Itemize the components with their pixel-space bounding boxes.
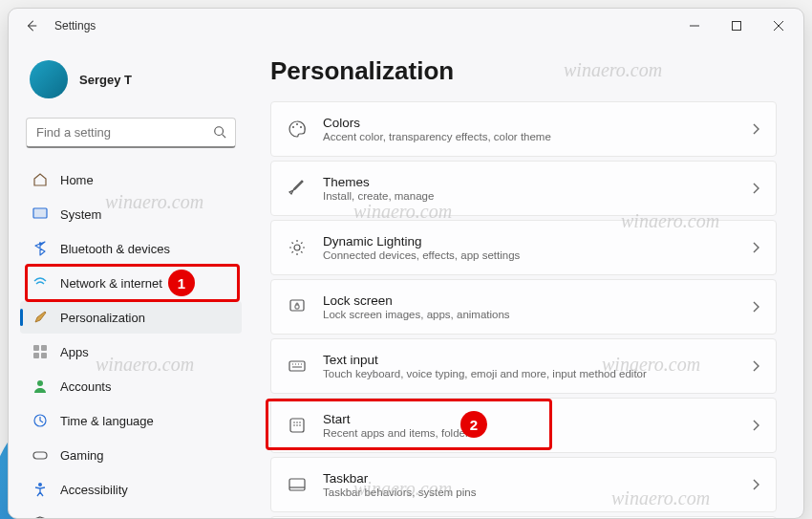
card-start[interactable]: Start Recent apps and items, folders [270, 398, 777, 453]
minimize-button[interactable] [673, 11, 716, 40]
clock-globe-icon [32, 412, 49, 429]
svg-point-12 [296, 123, 298, 125]
close-button[interactable] [758, 11, 800, 40]
svg-rect-2 [33, 208, 47, 218]
sidebar-item-label: Personalization [60, 311, 145, 325]
card-title: Themes [323, 175, 736, 189]
page-title: Personalization [270, 56, 777, 86]
card-lock-screen[interactable]: Lock screen Lock screen images, apps, an… [270, 279, 777, 335]
sidebar-item-label: Apps [60, 345, 89, 359]
chevron-right-icon [751, 242, 760, 253]
card-fonts[interactable]: Fonts Install, manage [270, 516, 777, 518]
svg-point-14 [294, 245, 300, 250]
search-input[interactable] [26, 118, 236, 148]
svg-point-1 [215, 127, 224, 136]
card-subtitle: Install, create, manage [323, 190, 736, 202]
sidebar-item-home[interactable]: Home [20, 163, 242, 196]
card-themes[interactable]: Themes Install, create, manage [270, 161, 777, 216]
start-icon [287, 415, 308, 436]
apps-icon [32, 343, 49, 360]
back-button[interactable] [20, 14, 43, 37]
minimize-icon [690, 21, 699, 31]
sidebar-item-label: Gaming [60, 448, 104, 463]
close-icon [774, 21, 783, 31]
titlebar-controls [673, 11, 800, 40]
svg-rect-9 [33, 452, 47, 459]
sidebar-item-label: System [60, 207, 101, 222]
bluetooth-icon [32, 240, 49, 257]
card-title: Taskbar [323, 471, 736, 486]
app-title: Settings [54, 19, 96, 32]
svg-point-23 [296, 424, 298, 426]
card-subtitle: Lock screen images, apps, animations [323, 309, 736, 320]
sidebar-item-label: Privacy & security [60, 517, 159, 519]
sidebar-item-label: Accessibility [60, 483, 128, 497]
shield-icon [32, 515, 49, 518]
search-icon [213, 125, 226, 139]
taskbar-icon [287, 474, 308, 495]
card-text: Text input Touch keyboard, voice typing,… [323, 353, 736, 379]
svg-point-21 [299, 422, 301, 423]
card-title: Text input [323, 353, 736, 367]
lockscreen-icon [287, 296, 308, 317]
card-text-input[interactable]: Text input Touch keyboard, voice typing,… [270, 338, 777, 394]
chevron-right-icon [751, 479, 760, 490]
sidebar-item-system[interactable]: System [20, 198, 242, 230]
chevron-right-icon [751, 301, 760, 313]
card-text: Start Recent apps and items, folders [323, 412, 736, 439]
card-text: Dynamic Lighting Connected devices, effe… [323, 234, 736, 261]
sidebar-item-label: Accounts [60, 379, 111, 394]
home-icon [32, 171, 49, 188]
svg-rect-6 [41, 353, 47, 358]
maximize-icon [732, 21, 741, 31]
svg-point-7 [37, 380, 43, 386]
sidebar-item-network[interactable]: Network & internet [20, 267, 242, 299]
settings-window: Settings Sergey T [8, 8, 804, 519]
svg-point-11 [292, 126, 294, 128]
sidebar-item-label: Network & internet [60, 276, 162, 291]
annotation-badge-2: 2 [460, 411, 487, 438]
avatar [30, 60, 68, 98]
svg-rect-0 [733, 22, 741, 31]
sidebar-item-accessibility[interactable]: Accessibility [20, 473, 242, 506]
svg-rect-25 [289, 479, 305, 490]
person-icon [32, 378, 49, 395]
card-title: Lock screen [323, 293, 736, 308]
svg-rect-16 [295, 305, 299, 309]
card-text: Themes Install, create, manage [323, 175, 736, 202]
arrow-left-icon [25, 19, 38, 32]
chevron-right-icon [751, 183, 760, 194]
svg-point-22 [293, 424, 295, 426]
content: Personalization Colors Accent color, tra… [249, 43, 803, 518]
card-colors[interactable]: Colors Accent color, transparency effect… [270, 101, 777, 157]
wifi-icon [32, 274, 49, 292]
card-subtitle: Connected devices, effects, app settings [323, 249, 736, 261]
sidebar-item-privacy[interactable]: Privacy & security [20, 508, 242, 518]
svg-rect-3 [33, 345, 39, 351]
keyboard-icon [287, 356, 308, 377]
svg-rect-4 [41, 345, 47, 351]
maximize-button[interactable] [716, 11, 758, 40]
svg-rect-17 [289, 361, 305, 371]
window-body: Sergey T Home System [9, 43, 803, 518]
card-title: Start [323, 412, 736, 426]
card-subtitle: Accent color, transparency effects, colo… [323, 131, 736, 142]
svg-point-19 [293, 422, 295, 423]
accessibility-icon [32, 481, 49, 498]
card-subtitle: Taskbar behaviors, system pins [323, 487, 736, 498]
card-text: Taskbar Taskbar behaviors, system pins [323, 471, 736, 498]
card-taskbar[interactable]: Taskbar Taskbar behaviors, system pins [270, 457, 777, 512]
card-dynamic-lighting[interactable]: Dynamic Lighting Connected devices, effe… [270, 220, 777, 275]
sidebar-item-time[interactable]: Time & language [20, 404, 242, 437]
sidebar-item-gaming[interactable]: Gaming [20, 439, 242, 471]
card-text: Colors Accent color, transparency effect… [323, 116, 736, 142]
profile-section[interactable]: Sergey T [16, 51, 246, 112]
chevron-right-icon [751, 420, 760, 431]
sidebar-item-apps[interactable]: Apps [20, 335, 242, 368]
card-title: Dynamic Lighting [323, 234, 736, 249]
sidebar-item-accounts[interactable]: Accounts [20, 370, 242, 402]
sidebar-item-bluetooth[interactable]: Bluetooth & devices [20, 232, 242, 265]
sidebar: Sergey T Home System [9, 43, 249, 518]
cards: Colors Accent color, transparency effect… [270, 101, 777, 518]
sidebar-item-personalization[interactable]: Personalization [20, 301, 242, 334]
